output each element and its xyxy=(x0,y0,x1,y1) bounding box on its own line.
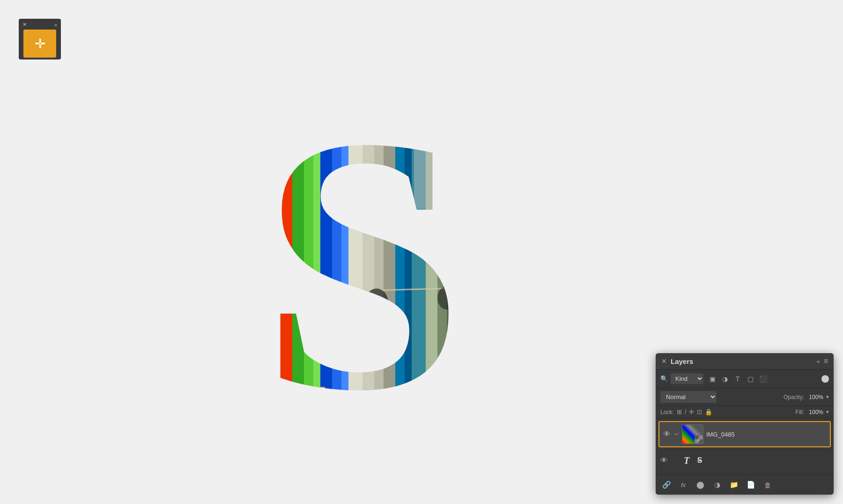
lock-row: Lock: ⊞ / ✛ ⊡ 🔒 Fill: 100% ▾ xyxy=(656,406,834,418)
filter-adjust-button[interactable]: ◑ xyxy=(720,374,730,384)
panel-header-left: ✕ Layers xyxy=(661,357,693,365)
panel-title: Layers xyxy=(671,357,693,365)
toolbar-close-btn[interactable]: ✕ xyxy=(22,22,27,28)
svg-point-26 xyxy=(437,286,456,310)
layer-fx-button[interactable]: fx xyxy=(677,479,689,491)
filter-text-button[interactable]: T xyxy=(732,374,743,384)
opacity-label: Opacity: xyxy=(784,394,804,400)
layer-name: IMG_0485 xyxy=(706,431,827,438)
svg-rect-8 xyxy=(304,68,313,434)
filter-pixel-button[interactable]: ▣ xyxy=(707,374,717,384)
svg-rect-23 xyxy=(414,68,498,209)
toolbar-expand-btn[interactable]: » xyxy=(54,22,57,28)
search-icon: 🔍 xyxy=(660,375,668,382)
svg-rect-16 xyxy=(384,68,395,434)
panel-menu-button[interactable]: ≡ xyxy=(824,357,828,365)
filter-smart-button[interactable]: ⬛ xyxy=(758,374,768,384)
filter-shape-button[interactable]: ▢ xyxy=(745,374,755,384)
layer-row[interactable]: 👁 T S xyxy=(656,448,834,473)
svg-rect-7 xyxy=(292,68,304,434)
lock-all-button[interactable]: 🔒 xyxy=(705,408,712,415)
layer-visibility-toggle[interactable]: 👁 xyxy=(662,430,672,438)
s-letter-display: S xyxy=(227,68,498,436)
move-tool-icon: ✛ xyxy=(35,36,45,52)
add-adjustment-button[interactable]: ◑ xyxy=(711,479,723,491)
lock-artboard-button[interactable]: ⊡ xyxy=(697,408,702,415)
svg-rect-11 xyxy=(332,68,341,434)
filter-bar: 🔍 Kind ▣ ◑ T ▢ ⬛ xyxy=(656,370,834,388)
move-tool-button[interactable]: ✛ xyxy=(23,30,56,58)
panel-bottom-bar: 🔗 fx ⬤ ◑ 📁 📄 🗑 xyxy=(656,474,834,495)
filter-icons: ▣ ◑ T ▢ ⬛ xyxy=(707,374,768,384)
layer-mask-thumbnail: S xyxy=(695,435,703,444)
link-layers-button[interactable]: 🔗 xyxy=(660,479,673,491)
svg-rect-12 xyxy=(341,68,348,434)
toolbar-top-bar: ✕ » xyxy=(21,21,59,29)
create-layer-button[interactable]: 📄 xyxy=(745,479,757,491)
text-layer-t-icon: T xyxy=(681,455,692,466)
lock-label: Lock: xyxy=(660,409,674,415)
lock-icons: ⊞ / ✛ ⊡ 🔒 xyxy=(677,408,713,415)
text-layer-s-icon: S xyxy=(695,456,704,465)
svg-rect-15 xyxy=(374,68,384,434)
blend-mode-dropdown[interactable]: Normal Dissolve Multiply Screen Overlay xyxy=(660,391,717,403)
svg-rect-27 xyxy=(278,387,292,434)
fill-chevron[interactable]: ▾ xyxy=(826,409,829,415)
panel-collapse-button[interactable]: « xyxy=(816,358,820,365)
svg-rect-14 xyxy=(362,68,374,434)
svg-rect-6 xyxy=(278,68,292,434)
layers-panel: ✕ Layers « ≡ 🔍 Kind ▣ ◑ T ▢ ⬛ Normal Dis… xyxy=(656,353,834,495)
create-group-button[interactable]: 📁 xyxy=(728,479,740,491)
move-toolbar: ✕ » ✛ xyxy=(19,19,61,59)
layers-list-wrapper: 👁 ↵ S IMG_0485 xyxy=(656,418,834,474)
svg-rect-5 xyxy=(269,68,278,434)
filter-kind-dropdown[interactable]: Kind xyxy=(671,373,703,384)
svg-rect-9 xyxy=(313,68,320,434)
svg-rect-4 xyxy=(257,68,269,434)
fill-value[interactable]: 100% xyxy=(807,409,823,415)
lock-position-button[interactable]: ✛ xyxy=(689,408,694,415)
svg-point-25 xyxy=(365,289,388,317)
svg-rect-2 xyxy=(227,68,243,434)
svg-rect-28 xyxy=(313,387,325,434)
opacity-value[interactable]: 100% xyxy=(807,394,823,400)
svg-rect-13 xyxy=(348,68,362,434)
opacity-chevron[interactable]: ▾ xyxy=(826,394,829,400)
panel-close-button[interactable]: ✕ xyxy=(661,358,667,364)
svg-rect-17 xyxy=(395,68,405,434)
layer-thumbnail: S xyxy=(682,424,703,444)
lock-draw-button[interactable]: / xyxy=(685,408,687,415)
blend-row: Normal Dissolve Multiply Screen Overlay … xyxy=(656,388,834,406)
svg-rect-3 xyxy=(243,68,257,434)
svg-rect-10 xyxy=(320,68,332,434)
layers-list: 👁 ↵ S IMG_0485 xyxy=(656,418,834,474)
layer-visibility-toggle[interactable]: 👁 xyxy=(659,456,669,465)
lock-pixels-button[interactable]: ⊞ xyxy=(677,408,682,415)
delete-layer-button[interactable]: 🗑 xyxy=(762,479,774,491)
filter-toggle-circle[interactable] xyxy=(821,375,829,383)
add-mask-button[interactable]: ⬤ xyxy=(694,479,706,491)
layer-row[interactable]: 👁 ↵ S IMG_0485 xyxy=(658,421,831,447)
fill-label: Fill: xyxy=(795,409,804,415)
panel-header: ✕ Layers « ≡ xyxy=(656,353,834,370)
svg-rect-18 xyxy=(405,68,412,434)
layer-link-icon: ↵ xyxy=(674,431,679,437)
svg-text:S: S xyxy=(697,438,700,442)
